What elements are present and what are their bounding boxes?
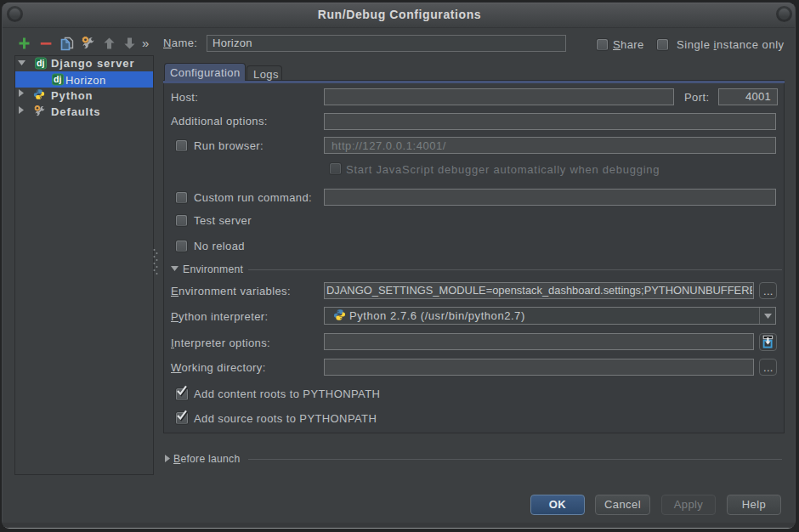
svg-text:dj: dj	[54, 74, 61, 84]
svg-text:dj: dj	[37, 58, 44, 68]
